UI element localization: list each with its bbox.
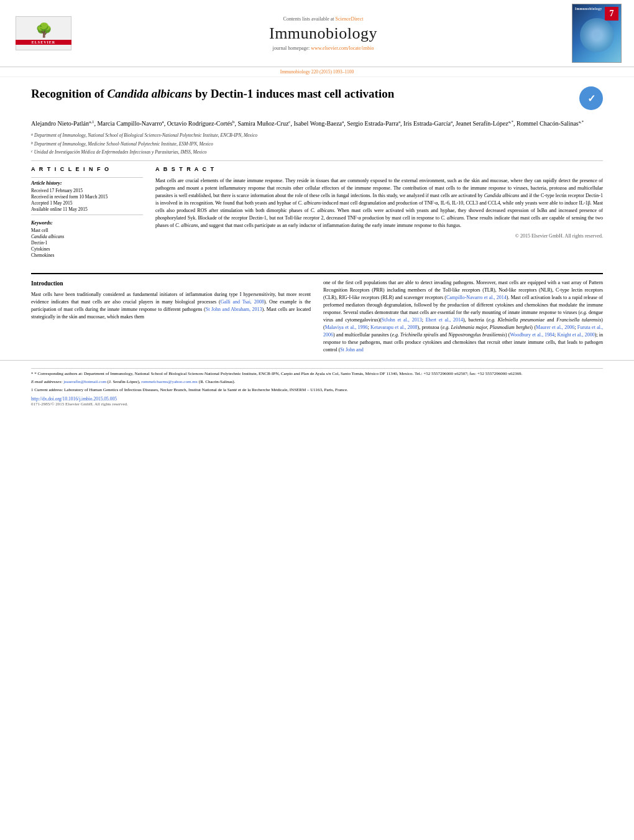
body-divider <box>31 273 603 274</box>
journal-reference: Immunobiology 220 (2015) 1093–1100 <box>0 67 634 77</box>
authors: Alejandro Nieto-Patlána,1, Marcia Campil… <box>31 119 603 128</box>
title-italic: Candida albicans <box>107 87 192 100</box>
crossmark-icon: ✓ <box>579 86 603 110</box>
affiliation-a: a Department of Immunology, National Sch… <box>31 132 603 139</box>
keyword-2: Candida albicans <box>31 234 143 239</box>
affiliations: a Department of Immunology, National Sch… <box>31 132 603 155</box>
keyword-1: Mast cell <box>31 228 143 233</box>
abstract-column: A B S T R A C T Mast cells are crucial e… <box>155 166 603 259</box>
email1-link[interactable]: jeaserafin@hotmail.com <box>63 379 106 384</box>
header-center: Contents lists available at ScienceDirec… <box>75 16 572 51</box>
keyword-3: Dectin-1 <box>31 240 143 246</box>
sciencedirect-link[interactable]: ScienceDirect <box>336 16 364 22</box>
article-info-column: A R T I C L E I N F O Article history: R… <box>31 166 143 259</box>
cover-journal-label: Immunobiology <box>575 7 602 11</box>
history-received: Received 17 February 2015 <box>31 188 143 193</box>
history-accepted: Accepted 1 May 2015 <box>31 200 143 206</box>
history-label: Article history: <box>31 180 143 186</box>
title-part2: by Dectin-1 induces mast cell activation <box>192 87 394 100</box>
intro-left-text: Mast cells have been traditionally consi… <box>31 291 311 321</box>
title-section: Recognition of Candida albicans by Decti… <box>31 86 603 114</box>
maurer-link[interactable]: Maurer et al., 2006 <box>536 325 574 330</box>
keyword-4: Cytokines <box>31 246 143 252</box>
intro-title: Introduction <box>31 279 311 288</box>
thin-divider-2 <box>31 215 143 215</box>
thin-divider-1 <box>31 177 143 178</box>
article-title: Recognition of Candida albicans by Decti… <box>31 86 579 102</box>
ebert-link[interactable]: Ebert et al., 2014 <box>426 317 463 323</box>
body-right-col: one of the first cell populations that a… <box>323 279 603 354</box>
page: 🌳 ELSEVIER Contents lists available at S… <box>0 0 634 840</box>
article-info-label: A R T I C L E I N F O <box>31 166 143 172</box>
journal-homepage: journal homepage: www.elsevier.com/locat… <box>81 45 566 51</box>
footer-divider <box>31 368 603 369</box>
history-online: Available online 11 May 2015 <box>31 206 143 212</box>
elsevier-logo: 🌳 ELSEVIER <box>12 16 75 50</box>
affiliation-b: b Department of Immunology, Medicine Sch… <box>31 141 603 147</box>
footnote-1: 1 Current address: Laboratory of Human G… <box>31 387 603 394</box>
info-abstract-columns: A R T I C L E I N F O Article history: R… <box>31 166 603 259</box>
journal-header: 🌳 ELSEVIER Contents lists available at S… <box>0 0 634 67</box>
keywords-label: Keywords: <box>31 220 143 226</box>
tree-icon: 🌳 <box>35 22 52 39</box>
stjohn-link[interactable]: St John and Abraham, 2013 <box>206 307 262 312</box>
elsevier-label: ELSEVIER <box>32 40 55 44</box>
affil-c-text: Unidad de Investigación Médica de Enferm… <box>34 149 207 155</box>
abstract-copyright: © 2015 Elsevier GmbH. All rights reserve… <box>155 233 603 239</box>
abstract-label: A B S T R A C T <box>155 166 603 172</box>
doi-link[interactable]: http://dx.doi.org/10.1016/j.imbio.2015.0… <box>31 396 603 402</box>
campillo-link[interactable]: Campillo-Navarro et al., 2014 <box>446 295 507 300</box>
stjohn-2013-link[interactable]: StJohn et al., 2013 <box>382 317 422 323</box>
copyright-footer: 0171-2985/© 2015 Elsevier GmbH. All righ… <box>31 402 603 407</box>
intro-right-text: one of the first cell populations that a… <box>323 279 603 354</box>
stjohn-and-link[interactable]: St John and <box>340 347 363 353</box>
journal-cover: Immunobiology 7 <box>572 4 622 63</box>
email-note: E-mail addresses: jeaserafin@hotmail.com… <box>31 379 603 385</box>
body-left-col: Introduction Mast cells have been tradit… <box>31 279 311 354</box>
cover-number: 7 <box>605 7 618 21</box>
elsevier-red-bar: ELSEVIER <box>16 40 71 45</box>
body-content: Introduction Mast cells have been tradit… <box>0 279 634 354</box>
journal-url[interactable]: www.elsevier.com/locate/imbio <box>311 45 374 51</box>
affiliation-c: c Unidad de Investigación Médica de Enfe… <box>31 149 603 155</box>
contents-available: Contents lists available at ScienceDirec… <box>81 16 566 22</box>
title-part1: Recognition of <box>31 87 107 100</box>
knight-link[interactable]: Knight et al., 2000 <box>557 332 594 338</box>
malaviya-link[interactable]: Malaviya et al., 1996 <box>325 325 368 330</box>
ketavarapu-link[interactable]: Ketavarapu et al., 2008 <box>370 325 418 330</box>
affil-a-text: Department of Immunology, National Schoo… <box>34 132 257 139</box>
cover-cell <box>580 18 614 52</box>
divider-1 <box>31 160 603 161</box>
elsevier-logo-box: 🌳 ELSEVIER <box>16 16 71 50</box>
abstract-text: Mast cells are crucial elements of the i… <box>155 177 603 229</box>
crossmark-badge[interactable]: ✓ <box>579 86 603 110</box>
footer-notes: * * Corresponding authors at: Department… <box>0 360 634 412</box>
woodbury-link[interactable]: Woodbury et al., 1984 <box>510 332 554 338</box>
keyword-5: Chemokines <box>31 252 143 258</box>
journal-title: Immunobiology <box>81 24 566 43</box>
history-revised: Received in revised form 10 March 2015 <box>31 194 143 200</box>
galli-link[interactable]: Galli and Tsai, 2008 <box>221 299 264 305</box>
article-content: Recognition of Candida albicans by Decti… <box>0 77 634 268</box>
affil-b-text: Department of Immunology, Medicine Schoo… <box>34 141 213 147</box>
email2-link[interactable]: rommelchacms@yahoo.com.mx <box>141 379 198 384</box>
corresponding-note: * * Corresponding authors at: Department… <box>31 371 603 377</box>
